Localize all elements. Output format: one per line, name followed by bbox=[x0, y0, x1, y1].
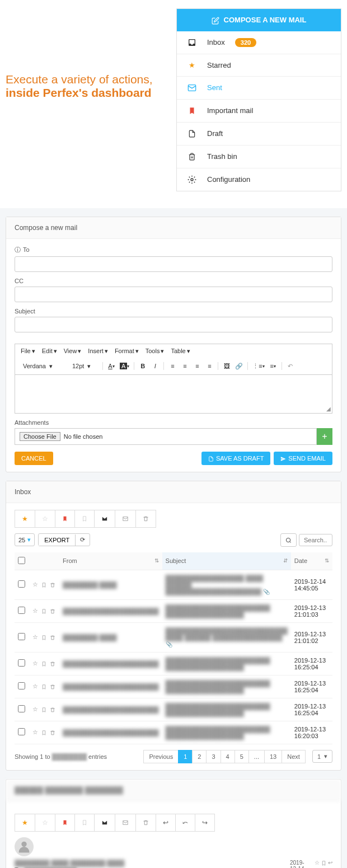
nav-starred[interactable]: ★ Starred bbox=[177, 54, 341, 77]
bookmark-filled-button[interactable] bbox=[55, 510, 75, 527]
trash-icon[interactable] bbox=[50, 634, 55, 641]
menu-view[interactable]: View ▾ bbox=[64, 348, 82, 355]
editor-textarea[interactable]: ◢ bbox=[15, 374, 332, 414]
delete-button[interactable] bbox=[136, 814, 156, 831]
page-button[interactable]: 2 bbox=[192, 750, 207, 763]
file-input[interactable]: Choose File No file chosen bbox=[15, 428, 317, 445]
star-outline-button[interactable]: ☆ bbox=[35, 510, 55, 527]
undo-icon[interactable]: ↶ bbox=[287, 363, 294, 370]
add-attachment-button[interactable]: + bbox=[317, 428, 332, 445]
table-row[interactable]: ☆ ██████████████████████ ███████████████… bbox=[15, 698, 332, 721]
link-icon[interactable]: 🔗 bbox=[235, 363, 243, 370]
table-row[interactable]: ☆ ████████ ████ ████████████████████████… bbox=[15, 622, 332, 652]
select-all-checkbox[interactable] bbox=[18, 557, 25, 564]
table-row[interactable]: ☆ ████████ ████ ██████████████████ ████ … bbox=[15, 570, 332, 599]
row-checkbox[interactable] bbox=[18, 705, 25, 712]
page-button[interactable]: 1 bbox=[178, 750, 193, 763]
menu-insert[interactable]: Insert ▾ bbox=[88, 348, 108, 355]
table-row[interactable]: ☆ ██████████████████████ ███████████████… bbox=[15, 675, 332, 698]
search-button[interactable] bbox=[280, 533, 297, 547]
choose-file-button[interactable]: Choose File bbox=[20, 432, 60, 441]
star-filled-button[interactable]: ★ bbox=[15, 510, 35, 527]
bookmark-outline-icon[interactable] bbox=[41, 660, 46, 667]
page-button[interactable]: 5 bbox=[235, 750, 249, 763]
bookmark-outline-icon[interactable] bbox=[41, 634, 46, 641]
mark-read-button[interactable] bbox=[95, 814, 115, 831]
star-filled-button[interactable]: ★ bbox=[15, 814, 35, 831]
page-size-select[interactable]: 25 ▾ bbox=[15, 533, 35, 546]
resize-handle-icon[interactable]: ◢ bbox=[326, 406, 331, 412]
trash-icon[interactable] bbox=[50, 660, 55, 667]
align-center-icon[interactable]: ≡ bbox=[181, 363, 189, 369]
menu-format[interactable]: Format ▾ bbox=[115, 348, 139, 355]
nav-important[interactable]: Important mail bbox=[177, 100, 341, 123]
image-icon[interactable]: 🖼 bbox=[223, 363, 231, 369]
subject-input[interactable] bbox=[15, 317, 332, 332]
menu-tools[interactable]: Tools ▾ bbox=[146, 348, 165, 355]
cancel-button[interactable]: CANCEL bbox=[15, 452, 53, 465]
row-checkbox[interactable] bbox=[18, 607, 25, 614]
menu-edit[interactable]: Edit ▾ bbox=[42, 348, 57, 355]
reply-all-icon-button[interactable]: ⤺ bbox=[176, 814, 195, 831]
prev-button[interactable]: Previous bbox=[143, 750, 179, 763]
row-checkbox[interactable] bbox=[18, 580, 25, 588]
to-input[interactable] bbox=[15, 256, 332, 272]
page-button[interactable]: 4 bbox=[221, 750, 235, 763]
align-right-icon[interactable]: ≡ bbox=[193, 363, 201, 369]
star-outline-icon[interactable]: ☆ bbox=[32, 706, 38, 713]
row-checkbox[interactable] bbox=[18, 633, 25, 640]
number-list-icon[interactable]: ≡ ▾ bbox=[269, 363, 277, 369]
trash-icon[interactable] bbox=[50, 581, 55, 588]
size-selector[interactable]: 12pt ▾ bbox=[70, 362, 98, 371]
star-outline-icon[interactable]: ☆ bbox=[315, 860, 320, 866]
next-button[interactable]: Next bbox=[282, 750, 306, 763]
bookmark-outline-icon[interactable] bbox=[41, 607, 46, 614]
menu-file[interactable]: File ▾ bbox=[21, 348, 35, 355]
bullet-list-icon[interactable]: ⋮≡ ▾ bbox=[252, 363, 264, 370]
star-outline-icon[interactable]: ☆ bbox=[32, 660, 38, 667]
nav-inbox[interactable]: Inbox 320 bbox=[177, 31, 341, 54]
bookmark-outline-button[interactable] bbox=[75, 814, 95, 831]
text-color-icon[interactable]: A ▾ bbox=[107, 363, 115, 369]
nav-sent[interactable]: Sent bbox=[177, 77, 341, 100]
col-from[interactable]: From⇅ bbox=[59, 552, 162, 570]
align-justify-icon[interactable]: ≡ bbox=[205, 363, 213, 369]
forward-icon-button[interactable]: ↪ bbox=[195, 814, 214, 831]
star-outline-icon[interactable]: ☆ bbox=[32, 607, 38, 614]
align-left-icon[interactable]: ≡ bbox=[168, 363, 176, 369]
nav-draft[interactable]: Draft bbox=[177, 123, 341, 146]
reply-icon-button[interactable]: ↩ bbox=[156, 814, 176, 831]
mark-unread-button[interactable] bbox=[115, 510, 136, 527]
star-outline-icon[interactable]: ☆ bbox=[32, 683, 38, 690]
col-date[interactable]: Date⇅ bbox=[291, 552, 332, 570]
bookmark-outline-icon[interactable] bbox=[41, 729, 46, 736]
compose-new-mail-button[interactable]: COMPOSE A NEW MAIL bbox=[177, 9, 341, 31]
row-checkbox[interactable] bbox=[18, 659, 25, 667]
nav-trash[interactable]: Trash bin bbox=[177, 146, 341, 168]
trash-icon[interactable] bbox=[50, 683, 55, 690]
trash-icon[interactable] bbox=[50, 729, 55, 736]
bookmark-outline-button[interactable] bbox=[75, 510, 95, 527]
star-outline-icon[interactable]: ☆ bbox=[32, 634, 38, 641]
save-draft-button[interactable]: SAVE AS DRAFT bbox=[201, 452, 270, 465]
trash-icon[interactable] bbox=[50, 706, 55, 713]
nav-config[interactable]: Configuration bbox=[177, 168, 341, 191]
trash-icon[interactable] bbox=[50, 607, 55, 614]
mark-unread-button[interactable] bbox=[115, 814, 136, 831]
send-email-button[interactable]: SEND EMAIL bbox=[274, 452, 332, 465]
table-row[interactable]: ☆ ██████████████████████ ███████████████… bbox=[15, 652, 332, 675]
cc-input[interactable] bbox=[15, 287, 332, 302]
delete-button[interactable] bbox=[136, 510, 156, 527]
bookmark-outline-icon[interactable] bbox=[321, 860, 326, 866]
row-checkbox[interactable] bbox=[18, 728, 25, 735]
bg-color-icon[interactable]: A ▾ bbox=[120, 363, 129, 369]
star-outline-icon[interactable]: ☆ bbox=[32, 729, 38, 736]
row-checkbox[interactable] bbox=[18, 682, 25, 689]
page-button[interactable]: ... bbox=[248, 750, 265, 763]
table-row[interactable]: ☆ ██████████████████████ ███████████████… bbox=[15, 599, 332, 622]
mark-read-button[interactable] bbox=[95, 510, 115, 527]
star-outline-icon[interactable]: ☆ bbox=[32, 581, 38, 588]
page-jump-select[interactable]: 1 ▾ bbox=[312, 750, 332, 763]
refresh-button[interactable]: ⟳ bbox=[76, 534, 90, 546]
bold-icon[interactable]: B bbox=[139, 363, 147, 369]
